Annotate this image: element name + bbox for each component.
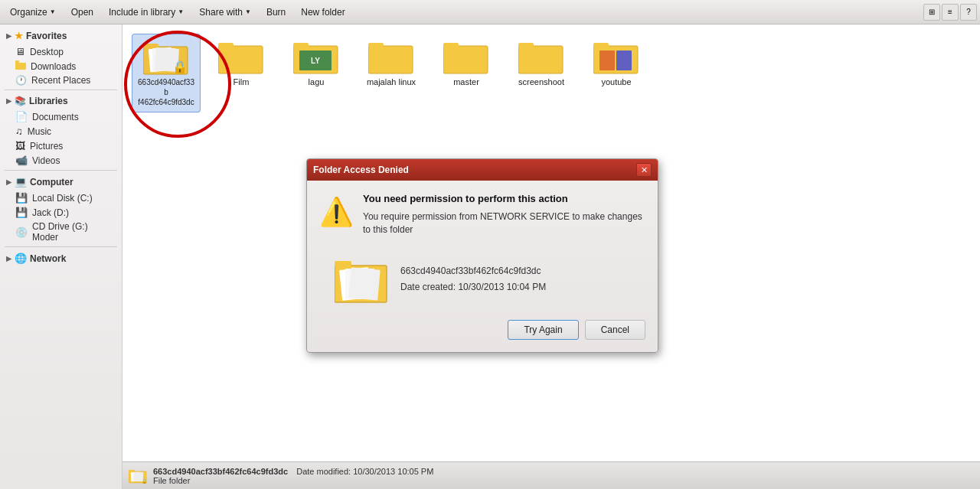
folder-item-youtube[interactable]: youtube — [582, 34, 651, 112]
local-disk-icon: 💾 — [15, 192, 28, 204]
sidebar-item-music[interactable]: ♫ Music — [0, 124, 122, 139]
folder-item-screenshoot[interactable]: screenshoot — [507, 34, 576, 112]
folder-item-master[interactable]: master — [432, 34, 501, 112]
dialog-sub-message: You require permission from NETWORK SERV… — [363, 210, 645, 236]
sidebar-item-desktop[interactable]: 🖥 Desktop — [0, 44, 122, 59]
dialog-date-created: Date created: 10/30/2013 10:04 PM — [400, 279, 546, 296]
jack-d-icon: 💾 — [15, 207, 28, 218]
view-list-button[interactable]: ≡ — [942, 4, 959, 21]
youtube-folder-icon — [593, 38, 639, 75]
status-text-area: 663cd4940acf33bf462fc64c9fd3dc Date modi… — [153, 467, 433, 485]
svg-rect-42 — [348, 267, 380, 300]
network-icon: 🌐 — [15, 253, 27, 264]
dialog-close-button[interactable]: ✕ — [636, 163, 652, 177]
new-folder-button[interactable]: New folder — [294, 4, 351, 21]
libraries-header[interactable]: ▶ 📚 Libraries — [0, 93, 122, 109]
toolbar: Organize ▼ Open Include in library ▼ Sha… — [0, 0, 980, 24]
include-arrow-icon: ▼ — [178, 8, 184, 15]
svg-rect-0 — [15, 63, 26, 70]
dialog-top: ⚠️ You need permission to perform this a… — [319, 193, 645, 236]
network-header[interactable]: ▶ 🌐 Network — [0, 249, 122, 267]
svg-rect-10 — [218, 43, 234, 47]
folder-grid: 🔒 663cd4940acf33bf462fc64c9fd3dc Film — [129, 31, 974, 116]
dialog-folder-icon — [335, 255, 388, 305]
burn-button[interactable]: Burn — [260, 4, 292, 21]
screenshoot-folder-label: screenshoot — [518, 77, 564, 87]
master-folder-icon — [443, 38, 489, 75]
favorites-header[interactable]: ▶ ★ Favorites — [0, 28, 122, 44]
share-with-button[interactable]: Share with ▼ — [192, 4, 258, 21]
sidebar-music-label: Music — [28, 126, 51, 137]
sidebar-pictures-label: Pictures — [30, 141, 63, 152]
status-folder-icon: 🔒 — [129, 468, 147, 484]
majalah-linux-folder-label: majalah linux — [367, 77, 416, 87]
favorites-star-icon: ★ — [15, 31, 23, 41]
status-bar: 🔒 663cd4940acf33bf462fc64c9fd3dc Date mo… — [122, 461, 980, 489]
libraries-chevron-icon: ▶ — [6, 97, 11, 105]
sidebar-item-documents[interactable]: 📄 Documents — [0, 109, 122, 124]
sidebar-local-disk-label: Local Disk (C:) — [32, 193, 93, 204]
favorites-section: ▶ ★ Favorites 🖥 Desktop Downloads 🕐 Rece… — [0, 28, 122, 87]
pictures-icon: 🖼 — [15, 140, 25, 152]
libraries-section: ▶ 📚 Libraries 📄 Documents ♫ Music 🖼 Pict… — [0, 93, 122, 168]
network-label: Network — [30, 253, 66, 264]
network-section: ▶ 🌐 Network — [0, 249, 122, 267]
sidebar-item-jack-d[interactable]: 💾 Jack (D:) — [0, 205, 122, 220]
include-in-library-label: Include in library — [109, 7, 175, 18]
svg-rect-24 — [518, 43, 534, 47]
computer-chevron-icon: ▶ — [6, 178, 11, 186]
include-in-library-button[interactable]: Include in library ▼ — [102, 4, 191, 21]
svg-rect-1 — [15, 60, 19, 63]
folder-item-majalah-linux[interactable]: majalah linux — [357, 34, 426, 112]
downloads-icon — [15, 60, 26, 72]
computer-section: ▶ 💻 Computer 💾 Local Disk (C:) 💾 Jack (D… — [0, 173, 122, 244]
folder-access-denied-dialog: Folder Access Denied ✕ ⚠️ You need permi… — [306, 158, 658, 353]
lagu-folder-icon: LY — [293, 38, 339, 75]
svg-text:LY: LY — [311, 57, 320, 65]
music-icon: ♫ — [15, 126, 23, 137]
folder-item-locked[interactable]: 🔒 663cd4940acf33bf462fc64c9fd3dc — [132, 34, 201, 112]
svg-rect-27 — [593, 43, 609, 47]
sidebar-desktop-label: Desktop — [30, 47, 64, 57]
cancel-button[interactable]: Cancel — [585, 320, 645, 340]
main-layout: ▶ ★ Favorites 🖥 Desktop Downloads 🕐 Rece… — [0, 24, 980, 489]
try-again-button[interactable]: Try Again — [508, 320, 578, 340]
dialog-folder-info: 663cd4940acf33bf462fc64c9fd3dc Date crea… — [400, 263, 546, 296]
status-type: File folder — [153, 476, 433, 485]
view-icon-button[interactable]: ⊞ — [923, 4, 940, 21]
burn-label: Burn — [266, 7, 286, 18]
sidebar-item-recent-places[interactable]: 🕐 Recent Places — [0, 73, 122, 87]
svg-rect-21 — [443, 43, 459, 47]
share-arrow-icon: ▼ — [245, 8, 251, 15]
computer-icon: 💻 — [15, 176, 27, 187]
sidebar-downloads-label: Downloads — [31, 61, 76, 72]
svg-rect-22 — [518, 46, 563, 73]
folder-item-film[interactable]: Film — [207, 34, 276, 112]
sidebar-item-pictures[interactable]: 🖼 Pictures — [0, 139, 122, 153]
sidebar-jack-d-label: Jack (D:) — [32, 207, 69, 218]
libraries-icon: 📚 — [15, 96, 26, 106]
lagu-folder-label: lagu — [309, 77, 325, 87]
sidebar-item-downloads[interactable]: Downloads — [0, 59, 122, 73]
organize-button[interactable]: Organize ▼ — [3, 4, 63, 21]
help-button[interactable]: ? — [960, 4, 977, 21]
film-folder-icon — [218, 38, 264, 75]
sidebar-item-cd-drive[interactable]: 💿 CD Drive (G:) Moder — [0, 220, 122, 244]
favorites-label: Favorites — [26, 31, 67, 41]
svg-rect-19 — [443, 46, 488, 73]
dialog-folder-area: 663cd4940acf33bf462fc64c9fd3dc Date crea… — [319, 249, 645, 311]
sidebar-divider-2 — [5, 170, 117, 171]
svg-text:🔒: 🔒 — [142, 478, 147, 484]
sidebar-item-local-disk[interactable]: 💾 Local Disk (C:) — [0, 191, 122, 205]
folder-item-lagu[interactable]: LY lagu — [282, 34, 351, 112]
videos-icon: 📹 — [15, 155, 28, 166]
desktop-icon: 🖥 — [15, 46, 25, 57]
computer-header[interactable]: ▶ 💻 Computer — [0, 173, 122, 191]
sidebar-item-videos[interactable]: 📹 Videos — [0, 153, 122, 168]
dialog-main-message: You need permission to perform this acti… — [363, 193, 645, 204]
documents-icon: 📄 — [15, 111, 28, 122]
locked-folder-label: 663cd4940acf33bf462fc64c9fd3dc — [137, 77, 195, 107]
open-button[interactable]: Open — [64, 4, 100, 21]
sidebar-recent-label: Recent Places — [31, 75, 90, 86]
recent-places-icon: 🕐 — [15, 75, 27, 86]
